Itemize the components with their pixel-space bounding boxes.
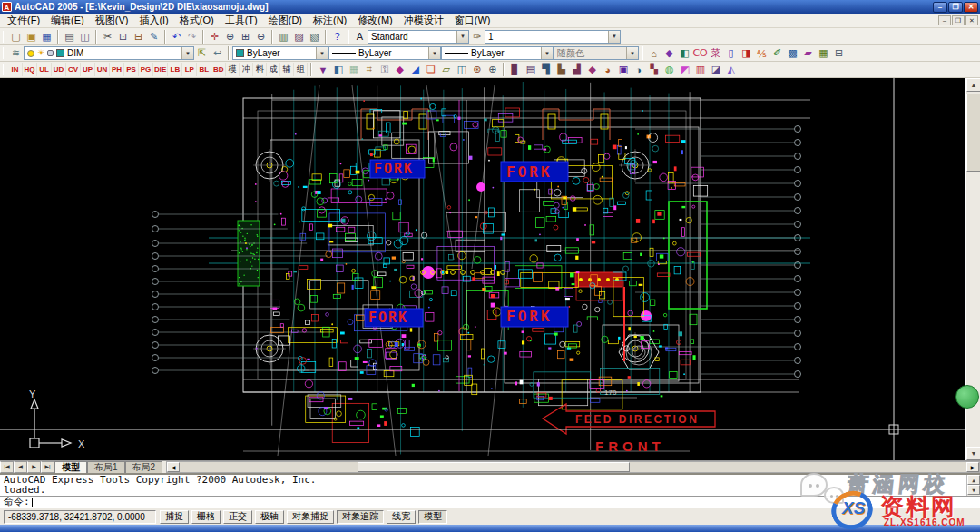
command-prompt-row[interactable]: 命令: <box>0 496 980 507</box>
die-cmd-lb-button[interactable]: LB <box>168 63 182 76</box>
punch-tool-8-icon[interactable]: ▣ <box>615 63 631 77</box>
punch-tool-3-icon[interactable]: ▜ <box>538 63 554 77</box>
die-tool-5-icon[interactable]: ⚿ <box>377 63 392 77</box>
die-cmd-cn-3-button[interactable]: 料 <box>253 63 267 76</box>
die-tool-6-icon[interactable]: ◆ <box>392 63 407 77</box>
vertical-scrollbar[interactable]: ▲ ▼ <box>965 78 980 460</box>
plot-icon[interactable]: ▤ <box>62 29 77 44</box>
menu-item-7[interactable]: 绘图(D) <box>263 14 308 27</box>
die-tool-8-icon[interactable]: ❏ <box>423 63 438 77</box>
punch-tool-6-icon[interactable]: ◆ <box>584 63 600 77</box>
copy-icon[interactable]: ⊡ <box>115 29 131 44</box>
layer-lock-icon[interactable] <box>47 50 54 56</box>
status-toggle-模型[interactable]: 模型 <box>418 510 447 524</box>
coordinate-readout[interactable]: -68339.3718, 32421.8702, 0.0000 <box>4 510 156 524</box>
layer-previous-icon[interactable]: ↩ <box>210 46 225 61</box>
designcenter-icon[interactable]: ▨ <box>291 29 307 44</box>
die-tool-4-icon[interactable]: ⌗ <box>361 63 377 77</box>
menu-item-6[interactable]: 工具(T) <box>220 14 263 27</box>
punch-tool-2-icon[interactable]: ▤ <box>523 63 538 77</box>
mdi-minimize-button[interactable]: – <box>938 15 951 25</box>
mdi-restore-button[interactable]: ❐ <box>952 15 965 25</box>
express-tool-4-icon[interactable]: ⅭO <box>692 46 708 61</box>
mdi-close-button[interactable]: ✕ <box>965 15 978 25</box>
express-tool-13-icon[interactable]: ⊟ <box>831 46 847 61</box>
linetype-combo[interactable]: ByLayer ▼ <box>328 46 441 60</box>
tab-布局2[interactable]: 布局2 <box>125 461 163 473</box>
dim-style-icon[interactable]: ✑ <box>469 29 485 44</box>
punch-tool-15-icon[interactable]: ◭ <box>723 63 739 77</box>
chevron-down-icon[interactable]: ▼ <box>456 31 468 43</box>
punch-tool-4-icon[interactable]: ▙ <box>554 63 569 77</box>
die-tool-9-icon[interactable]: ▱ <box>438 63 454 77</box>
die-cmd-ph-button[interactable]: PH <box>110 63 124 76</box>
redo-icon[interactable]: ↷ <box>184 29 200 44</box>
chevron-down-icon[interactable]: ▼ <box>626 47 638 59</box>
express-tool-3-icon[interactable]: ◧ <box>677 46 692 61</box>
status-toggle-对象捕捉[interactable]: 对象捕捉 <box>287 510 334 524</box>
express-tool-9-icon[interactable]: ✐ <box>769 46 785 61</box>
die-tool-12-icon[interactable]: ⊕ <box>485 63 500 77</box>
toolbar-grip[interactable] <box>3 31 5 43</box>
punch-tool-12-icon[interactable]: ◩ <box>677 63 692 77</box>
punch-tool-9-icon[interactable]: ◑ <box>631 63 646 77</box>
new-icon[interactable]: ▢ <box>8 29 24 44</box>
punch-tool-5-icon[interactable]: ▟ <box>569 63 584 77</box>
layer-combo[interactable]: ☀ DIM ▼ <box>24 46 194 60</box>
zoom-previous-icon[interactable]: ⊖ <box>253 29 269 44</box>
match-properties-icon[interactable]: ✎ <box>146 29 162 44</box>
die-cmd-ps-button[interactable]: PS <box>124 63 139 76</box>
undo-icon[interactable]: ↶ <box>169 29 184 44</box>
express-tool-5-icon[interactable]: 菜 <box>708 46 723 61</box>
paste-icon[interactable]: ⊟ <box>131 29 146 44</box>
punch-tool-14-icon[interactable]: ◪ <box>708 63 723 77</box>
layer-properties-manager-icon[interactable]: ≋ <box>8 46 24 61</box>
text-style-combo[interactable]: Standard ▼ <box>368 30 469 44</box>
punch-tool-10-icon[interactable]: ▚ <box>646 63 662 77</box>
tab-last-icon[interactable]: ▶| <box>41 461 54 473</box>
status-toggle-捕捉[interactable]: 捕捉 <box>160 510 189 524</box>
die-tool-3-icon[interactable]: ▦ <box>346 63 361 77</box>
punch-tool-1-icon[interactable]: ▊ <box>507 63 523 77</box>
express-tool-2-icon[interactable]: ◆ <box>662 46 677 61</box>
express-tool-8-icon[interactable]: ⅍ <box>754 46 769 61</box>
die-tool-7-icon[interactable]: ◢ <box>407 63 423 77</box>
die-cmd-cn-4-button[interactable]: 成 <box>267 63 280 76</box>
menu-item-1[interactable]: 文件(F) <box>2 14 45 27</box>
make-object-layer-current-icon[interactable]: ⇱ <box>194 46 210 61</box>
color-combo[interactable]: ByLayer ▼ <box>232 46 328 60</box>
chevron-down-icon[interactable]: ▼ <box>181 47 193 59</box>
die-cmd-up-button[interactable]: UP <box>81 63 95 76</box>
vertical-scroll-thumb[interactable] <box>966 94 980 172</box>
plot-style-combo[interactable]: 随颜色 ▼ <box>554 46 639 60</box>
minimize-button[interactable]: – <box>933 2 947 13</box>
express-tool-6-icon[interactable]: ▯ <box>723 46 739 61</box>
die-tool-10-icon[interactable]: ◫ <box>454 63 469 77</box>
menu-item-11[interactable]: 窗口(W) <box>449 14 496 27</box>
command-scrollbar[interactable]: ▲ ▼ <box>966 475 980 496</box>
die-cmd-cn-6-button[interactable]: 组 <box>294 63 308 76</box>
express-tool-10-icon[interactable]: ▩ <box>785 46 800 61</box>
tab-模型[interactable]: 模型 <box>54 461 87 473</box>
scroll-down-icon[interactable]: ▼ <box>967 485 980 495</box>
die-tool-11-icon[interactable]: ⊛ <box>469 63 485 77</box>
die-cmd-ul-button[interactable]: UL <box>37 63 52 76</box>
toolbar-grip[interactable] <box>3 64 5 75</box>
punch-tool-11-icon[interactable]: ◍ <box>662 63 677 77</box>
status-toggle-对象追踪[interactable]: 对象追踪 <box>337 510 384 524</box>
chevron-down-icon[interactable]: ▼ <box>608 31 620 43</box>
die-cmd-lp-button[interactable]: LP <box>182 63 197 76</box>
punch-tool-13-icon[interactable]: ▥ <box>692 63 708 77</box>
die-cmd-hq-button[interactable]: HQ <box>23 63 37 76</box>
layer-thaw-icon[interactable]: ☀ <box>37 49 44 57</box>
express-tool-12-icon[interactable]: ▦ <box>816 46 831 61</box>
maximize-button[interactable]: ❐ <box>948 2 963 13</box>
plot-preview-icon[interactable]: ◫ <box>77 29 93 44</box>
status-toggle-线宽[interactable]: 线宽 <box>387 510 416 524</box>
menu-item-5[interactable]: 格式(O) <box>174 14 220 27</box>
die-cmd-bd-button[interactable]: BD <box>211 63 226 76</box>
title-bar[interactable]: A AutoCAD 2005 - [E:\Kevin_Design\2D DIE… <box>0 0 980 14</box>
tool-palettes-icon[interactable]: ▧ <box>307 29 322 44</box>
drawing-canvas[interactable]: FORK FORK FORK FORK FEED DIRECTION FRONT… <box>0 78 965 460</box>
save-icon[interactable]: ▦ <box>39 29 54 44</box>
